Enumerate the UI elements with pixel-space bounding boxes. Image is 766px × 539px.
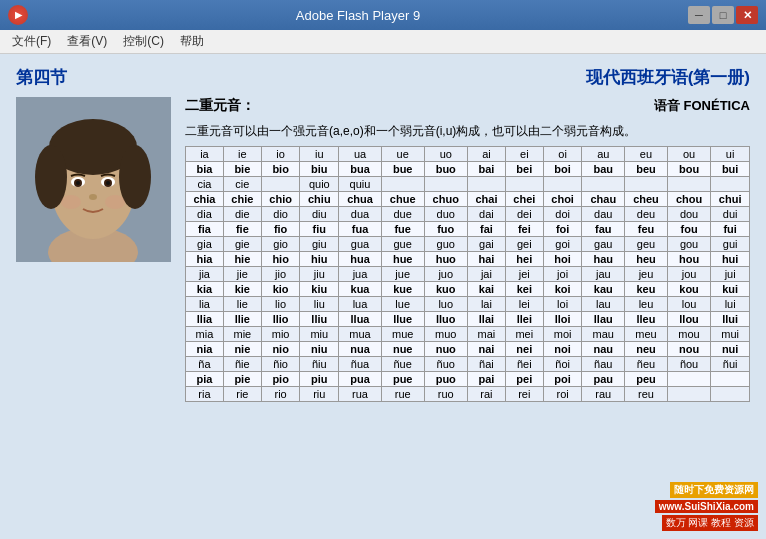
table-cell: guo: [424, 237, 467, 252]
table-cell: hio: [261, 252, 300, 267]
table-cell: ñuo: [424, 357, 467, 372]
table-cell: llua: [339, 312, 382, 327]
watermark: 随时下免费资源网 www.SuiShiXia.com 数万 网课 教程 资源: [655, 482, 758, 531]
table-cell: bei: [505, 162, 543, 177]
table-cell: mau: [582, 327, 625, 342]
watermark-line1: 随时下免费资源网: [670, 482, 758, 498]
close-button[interactable]: ✕: [736, 6, 758, 24]
table-cell: joi: [543, 267, 582, 282]
table-cell: chei: [505, 192, 543, 207]
table-cell: biu: [300, 162, 339, 177]
menu-help[interactable]: 帮助: [172, 31, 212, 52]
minimize-button[interactable]: ─: [688, 6, 710, 24]
menu-view[interactable]: 查看(V): [59, 31, 115, 52]
table-cell: pau: [582, 372, 625, 387]
table-cell: ñei: [505, 357, 543, 372]
table-cell: liu: [300, 297, 339, 312]
table-cell: chui: [711, 192, 750, 207]
menu-control[interactable]: 控制(C): [115, 31, 172, 52]
table-cell: lua: [339, 297, 382, 312]
table-cell: pia: [186, 372, 224, 387]
table-cell: doi: [543, 207, 582, 222]
table-cell: nio: [261, 342, 300, 357]
table-cell: ruo: [424, 387, 467, 402]
table-cell: gou: [667, 237, 710, 252]
table-cell: dou: [667, 207, 710, 222]
table-cell: kie: [223, 282, 261, 297]
table-cell: [711, 372, 750, 387]
table-cell: au: [582, 147, 625, 162]
table-cell: buo: [424, 162, 467, 177]
svg-point-8: [76, 181, 80, 185]
table-cell: hoi: [543, 252, 582, 267]
table-cell: hui: [711, 252, 750, 267]
table-cell: ai: [467, 147, 505, 162]
table-cell: rau: [582, 387, 625, 402]
maximize-button[interactable]: □: [712, 6, 734, 24]
table-cell: ñiu: [300, 357, 339, 372]
table-cell: fau: [582, 222, 625, 237]
table-cell: ñue: [381, 357, 424, 372]
table-cell: beu: [625, 162, 668, 177]
table-cell: lloi: [543, 312, 582, 327]
main-content: 第四节 现代西班牙语(第一册): [0, 54, 766, 539]
table-cell: [424, 177, 467, 192]
table-cell: chiu: [300, 192, 339, 207]
table-cell: hai: [467, 252, 505, 267]
table-cell: poi: [543, 372, 582, 387]
table-cell: diu: [300, 207, 339, 222]
table-cell: lliu: [300, 312, 339, 327]
table-cell: bue: [381, 162, 424, 177]
table-cell: fiu: [300, 222, 339, 237]
table-cell: llui: [711, 312, 750, 327]
table-cell: die: [223, 207, 261, 222]
table-cell: rei: [505, 387, 543, 402]
window-title: Adobe Flash Player 9: [28, 8, 688, 23]
table-cell: lai: [467, 297, 505, 312]
table-cell: fuo: [424, 222, 467, 237]
table-cell: koi: [543, 282, 582, 297]
table-cell: goi: [543, 237, 582, 252]
table-cell: ria: [186, 387, 224, 402]
table-cell: kou: [667, 282, 710, 297]
menu-file[interactable]: 文件(F): [4, 31, 59, 52]
table-cell: dia: [186, 207, 224, 222]
watermark-line3: 数万 网课 教程 资源: [662, 515, 758, 531]
table-cell: ui: [711, 147, 750, 162]
table-cell: [667, 387, 710, 402]
table-cell: choi: [543, 192, 582, 207]
table-cell: jio: [261, 267, 300, 282]
table-cell: mou: [667, 327, 710, 342]
table-cell: oi: [543, 147, 582, 162]
table-cell: ñai: [467, 357, 505, 372]
table-cell: nuo: [424, 342, 467, 357]
table-cell: lue: [381, 297, 424, 312]
table-cell: gui: [711, 237, 750, 252]
table-cell: gau: [582, 237, 625, 252]
table-cell: hei: [505, 252, 543, 267]
table-cell: bau: [582, 162, 625, 177]
table-cell: gue: [381, 237, 424, 252]
table-cell: kia: [186, 282, 224, 297]
table-cell: moi: [543, 327, 582, 342]
audio-line: 语音 FONÉTICA: [654, 97, 750, 115]
table-cell: lia: [186, 297, 224, 312]
table-cell: jua: [339, 267, 382, 282]
table-cell: chau: [582, 192, 625, 207]
table-cell: iu: [300, 147, 339, 162]
table-cell: gai: [467, 237, 505, 252]
table-cell: peu: [625, 372, 668, 387]
photo-area: [16, 97, 171, 262]
table-cell: rio: [261, 387, 300, 402]
table-cell: fei: [505, 222, 543, 237]
table-cell: chou: [667, 192, 710, 207]
table-cell: loi: [543, 297, 582, 312]
table-cell: mui: [711, 327, 750, 342]
table-cell: llai: [467, 312, 505, 327]
book-title: 现代西班牙语(第一册): [586, 66, 750, 89]
table-cell: [543, 177, 582, 192]
app-icon: ▶: [8, 5, 28, 25]
table-cell: llue: [381, 312, 424, 327]
table-cell: rie: [223, 387, 261, 402]
table-cell: ua: [339, 147, 382, 162]
